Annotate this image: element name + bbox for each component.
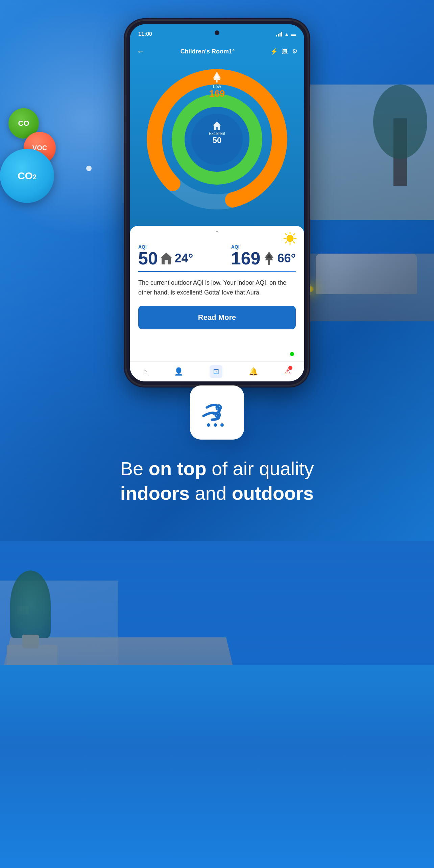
indoor-status: Excellent: [209, 131, 225, 136]
outdoor-tree-icon-card: [263, 251, 275, 266]
co2-label: CO2: [18, 170, 37, 182]
page-title: Children's Room1°: [180, 48, 235, 55]
camera-dot: [215, 30, 219, 35]
tagline-and: and: [190, 483, 232, 504]
indoor-aqi-value: 50: [138, 250, 158, 267]
indoor-label: Excellent 50: [209, 121, 225, 145]
indoor-temp: 24°: [175, 251, 193, 265]
description-text: The current outdoor AQI is low. Your ind…: [138, 278, 296, 298]
air-icon-section: [190, 385, 244, 440]
wifi-icon: ▲: [284, 31, 289, 37]
nav-profile-icon[interactable]: 👤: [174, 367, 183, 376]
bg-bottom: [0, 665, 434, 868]
svg-rect-25: [268, 260, 270, 265]
svg-rect-10: [216, 127, 218, 130]
tagline-section: Be on top of air quality indoors and out…: [100, 450, 334, 533]
tagline-indoors: indoors: [120, 483, 190, 504]
outdoor-tree-icon: [212, 71, 222, 83]
svg-line-16: [285, 234, 287, 235]
svg-line-19: [285, 242, 287, 243]
settings-icon[interactable]: ⚙: [292, 48, 297, 55]
phone-wrapper: 11:00 ▲ ▬ ← Children: [126, 20, 308, 385]
header-icons: ⚡ 🖼 ⚙: [270, 48, 297, 55]
nav-warning-container: ⚠: [284, 367, 291, 376]
co2-bubble: CO2: [0, 149, 54, 203]
volume-down-button: [126, 122, 126, 142]
outdoor-value: 169: [209, 88, 225, 99]
nav-alerts-icon[interactable]: 🔔: [249, 367, 258, 376]
nav-home-icon[interactable]: ⌂: [143, 367, 147, 376]
outdoor-aqi-value: 169: [231, 250, 261, 267]
battery-icon: ▬: [291, 31, 296, 37]
nav-dashboard-icon[interactable]: ⊡: [210, 365, 222, 378]
read-more-button[interactable]: Read More: [138, 306, 296, 329]
svg-point-29: [214, 423, 217, 427]
svg-line-17: [293, 242, 295, 243]
status-time: 11:00: [138, 31, 152, 37]
bottom-sheet: ⌃: [130, 226, 304, 361]
gallery-icon[interactable]: 🖼: [282, 48, 288, 55]
power-button: [308, 115, 308, 142]
svg-line-18: [293, 234, 295, 235]
svg-marker-8: [213, 121, 221, 125]
signal-icon: [276, 32, 282, 37]
sheet-handle[interactable]: ⌃: [130, 226, 304, 241]
aqi-comparison-row: AQI 50 24°: [138, 244, 296, 267]
sun-icon: [283, 231, 297, 249]
air-icon-box: [190, 385, 244, 440]
main-content: CO VOC CO2 11:00: [0, 0, 434, 533]
co-label: CO: [18, 119, 29, 128]
svg-marker-20: [161, 253, 172, 258]
svg-point-28: [207, 423, 210, 427]
svg-point-11: [287, 235, 293, 242]
divider: [138, 271, 296, 272]
tagline-on-top: on top: [149, 458, 207, 479]
flash-icon[interactable]: ⚡: [270, 48, 278, 55]
phone-screen: 11:00 ▲ ▬ ← Children: [130, 24, 304, 381]
tagline-outdoors: outdoors: [232, 483, 314, 504]
tagline-of-air: of air quality: [207, 458, 314, 479]
phone-frame: 11:00 ▲ ▬ ← Children: [126, 20, 308, 385]
sheet-content: AQI 50 24°: [130, 241, 304, 336]
status-icons: ▲ ▬: [276, 31, 296, 37]
indoor-house-icon: [212, 121, 222, 131]
volume-up-button: [126, 95, 126, 115]
outdoor-temp: 66°: [278, 251, 296, 265]
bottom-navigation: ⌂ 👤 ⊡ 🔔 ⚠: [130, 361, 304, 381]
indoor-value: 50: [213, 136, 222, 145]
svg-point-30: [220, 423, 224, 427]
outdoor-label: Low 169: [209, 71, 225, 99]
tagline-text2: indoors and outdoors: [120, 481, 314, 506]
svg-rect-4: [216, 80, 218, 83]
indoor-aqi-block: AQI 50 24°: [138, 244, 193, 267]
back-button[interactable]: ←: [137, 47, 145, 56]
bubble-dot1: [86, 166, 92, 171]
app-header: ← Children's Room1° ⚡ 🖼 ⚙: [130, 41, 304, 62]
tagline-text: Be on top of air quality: [120, 456, 314, 481]
air-quality-icon: [200, 397, 234, 428]
alert-dot: [288, 366, 292, 370]
indoor-house-icon-card: [160, 252, 173, 265]
svg-rect-22: [165, 260, 168, 264]
status-green-dot: [290, 352, 294, 356]
tagline-be: Be: [120, 458, 149, 479]
